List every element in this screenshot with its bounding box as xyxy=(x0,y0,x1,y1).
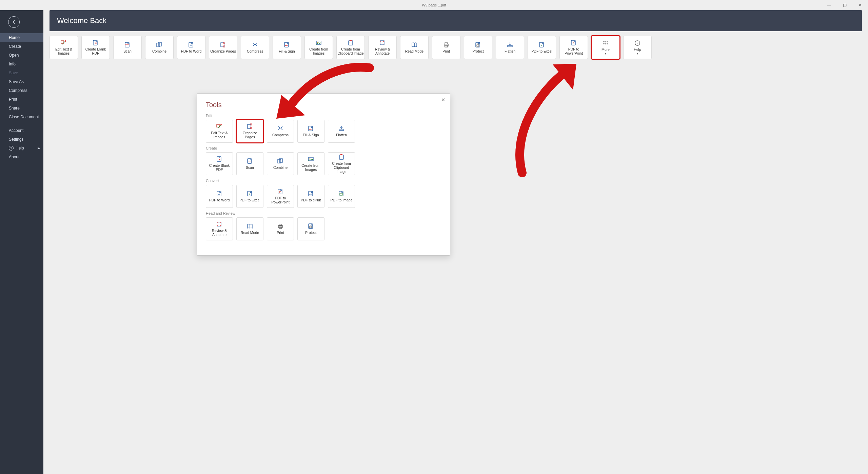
dialog-tile-compress[interactable]: Compress xyxy=(267,120,294,143)
pdf-to-powerpoint-icon: P xyxy=(277,189,284,195)
toolbar-tile-pdf-to-powerpoint[interactable]: P PDF to PowerPoint xyxy=(559,36,588,59)
dialog-tile-pdf-to-powerpoint[interactable]: P PDF to PowerPoint xyxy=(267,185,294,208)
toolbar-tile-compress[interactable]: Compress xyxy=(241,36,269,59)
svg-point-22 xyxy=(383,44,384,44)
svg-rect-47 xyxy=(339,129,344,131)
pdf-to-excel-icon: X xyxy=(246,191,253,197)
svg-rect-75 xyxy=(279,224,282,225)
dialog-tile-create-blank-pdf[interactable]: Create Blank PDF xyxy=(206,152,233,175)
dialog-tile-combine[interactable]: Combine xyxy=(267,152,294,175)
svg-rect-78 xyxy=(310,226,312,228)
tile-label: Create from Images xyxy=(305,47,332,55)
sidebar-item-save-as[interactable]: Save As xyxy=(0,77,43,86)
dialog-tile-pdf-to-image[interactable]: PDF to Image xyxy=(328,185,355,208)
more-icon xyxy=(602,40,609,46)
sidebar-item-compress[interactable]: Compress xyxy=(0,86,43,95)
combine-icon xyxy=(277,158,284,164)
back-icon[interactable] xyxy=(8,16,20,28)
sidebar-item-settings[interactable]: Settings xyxy=(0,135,43,144)
svg-point-68 xyxy=(340,194,341,194)
close-window-button[interactable]: ✕ xyxy=(852,0,868,10)
tile-label: Fill & Sign xyxy=(303,133,319,137)
tile-label: Protect xyxy=(472,49,484,53)
sidebar-item-info[interactable]: Info xyxy=(0,60,43,68)
dialog-tile-edit-text-images[interactable]: Edit Text & Images xyxy=(206,120,233,143)
svg-text:X: X xyxy=(249,193,251,195)
tile-label: Create from Clipboard Image xyxy=(337,47,364,55)
dialog-tile-pdf-to-excel[interactable]: X PDF to Excel xyxy=(236,185,263,208)
svg-rect-12 xyxy=(284,42,289,47)
dialog-tile-flatten[interactable]: Flatten xyxy=(328,120,355,143)
toolbar-tile-create-from-images[interactable]: Create from Images xyxy=(304,36,333,59)
sidebar-item-account[interactable]: Account xyxy=(0,126,43,135)
sidebar-item-print[interactable]: Print xyxy=(0,95,43,104)
protect-icon xyxy=(475,42,481,48)
toolbar-tile-create-from-clipboard-image[interactable]: Create from Clipboard Image xyxy=(336,36,365,59)
dialog-tile-pdf-to-word[interactable]: W PDF to Word xyxy=(206,185,233,208)
tile-label: Create Blank PDF xyxy=(207,163,232,172)
tile-label: Print xyxy=(277,231,284,235)
toolbar-tile-pdf-to-excel[interactable]: X PDF to Excel xyxy=(528,36,556,59)
svg-point-54 xyxy=(310,158,311,159)
toolbar-tile-read-mode[interactable]: Read Mode xyxy=(400,36,429,59)
dialog-title: Tools xyxy=(206,101,441,109)
dialog-tile-review-annotate[interactable]: Review & Annotate xyxy=(206,217,233,240)
svg-rect-15 xyxy=(349,41,353,45)
create-from-images-icon xyxy=(315,40,322,46)
toolbar-tile-protect[interactable]: Protect xyxy=(464,36,492,59)
tile-label: Fill & Sign xyxy=(279,49,295,53)
toolbar-tile-print[interactable]: Print xyxy=(432,36,460,59)
toolbar-tile-create-blank-pdf[interactable]: Create Blank PDF xyxy=(81,36,110,59)
svg-point-73 xyxy=(220,225,221,226)
dialog-tile-print[interactable]: Print xyxy=(267,217,294,240)
dialog-tile-create-from-images[interactable]: Create from Images xyxy=(297,152,324,175)
title-bar: W9 page 1.pdf — ▢ ✕ xyxy=(0,0,868,10)
sidebar-item-save: Save xyxy=(0,68,43,77)
read-mode-icon xyxy=(411,42,418,48)
flatten-icon xyxy=(338,125,345,132)
dialog-tile-scan[interactable]: Scan xyxy=(236,152,263,175)
dialog-tile-protect[interactable]: Protect xyxy=(297,217,324,240)
sidebar-item-help[interactable]: ?Help▶ xyxy=(0,144,43,153)
toolbar-tile-pdf-to-word[interactable]: W PDF to Word xyxy=(177,36,205,59)
maximize-button[interactable]: ▢ xyxy=(837,0,852,10)
tile-label: PDF to Excel xyxy=(239,198,260,202)
dialog-tile-create-from-clipboard-image[interactable]: Create from Clipboard Image xyxy=(328,152,355,175)
protect-icon xyxy=(308,223,314,229)
toolbar-tile-combine[interactable]: Combine xyxy=(145,36,174,59)
print-icon xyxy=(277,223,284,229)
sidebar-item-about[interactable]: About xyxy=(0,153,43,161)
toolbar-tile-more[interactable]: More▾ xyxy=(591,36,620,59)
dialog-tile-read-mode[interactable]: Read Mode xyxy=(236,217,263,240)
toolbar-tile-review-annotate[interactable]: Review & Annotate xyxy=(368,36,397,59)
edit-text-images-icon xyxy=(60,40,67,46)
tile-label: Combine xyxy=(152,49,166,53)
toolbar-tile-flatten[interactable]: Flatten xyxy=(496,36,524,59)
sidebar-item-home[interactable]: Home xyxy=(0,33,43,42)
svg-point-42 xyxy=(220,124,222,125)
dialog-close-button[interactable]: ✕ xyxy=(441,97,445,102)
compress-icon xyxy=(277,125,284,132)
svg-point-33 xyxy=(604,41,605,42)
toolbar-tile-scan[interactable]: Scan xyxy=(113,36,142,59)
sidebar-item-create[interactable]: Create xyxy=(0,42,43,51)
help-circle-icon: ? xyxy=(9,146,14,151)
sidebar-item-open[interactable]: Open xyxy=(0,51,43,60)
dialog-tile-fill-sign[interactable]: Fill & Sign xyxy=(297,120,324,143)
sidebar-item-share[interactable]: Share xyxy=(0,104,43,113)
tile-label: Scan xyxy=(246,165,254,170)
dialog-tile-organize-pages[interactable]: Organize Pages xyxy=(236,120,263,143)
toolbar-tile-edit-text-images[interactable]: Edit Text & Images xyxy=(50,36,78,59)
sidebar-item-close-document[interactable]: Close Document xyxy=(0,113,43,121)
top-toolbar: Edit Text & Images Create Blank PDF Scan… xyxy=(50,36,862,59)
toolbar-tile-fill-sign[interactable]: Fill & Sign xyxy=(273,36,301,59)
chevron-down-icon: ▾ xyxy=(637,52,638,55)
toolbar-tile-help[interactable]: ? Help▾ xyxy=(623,36,652,59)
pdf-to-image-icon xyxy=(338,191,345,197)
tile-label: Create Blank PDF xyxy=(82,47,109,55)
sidebar: HomeCreateOpenInfoSaveSave AsCompressPri… xyxy=(0,10,43,474)
tile-label: PDF to ePub xyxy=(301,198,321,202)
toolbar-tile-organize-pages[interactable]: Organize Pages xyxy=(209,36,237,59)
minimize-button[interactable]: — xyxy=(821,0,837,10)
dialog-tile-pdf-to-epub[interactable]: eP PDF to ePub xyxy=(297,185,324,208)
